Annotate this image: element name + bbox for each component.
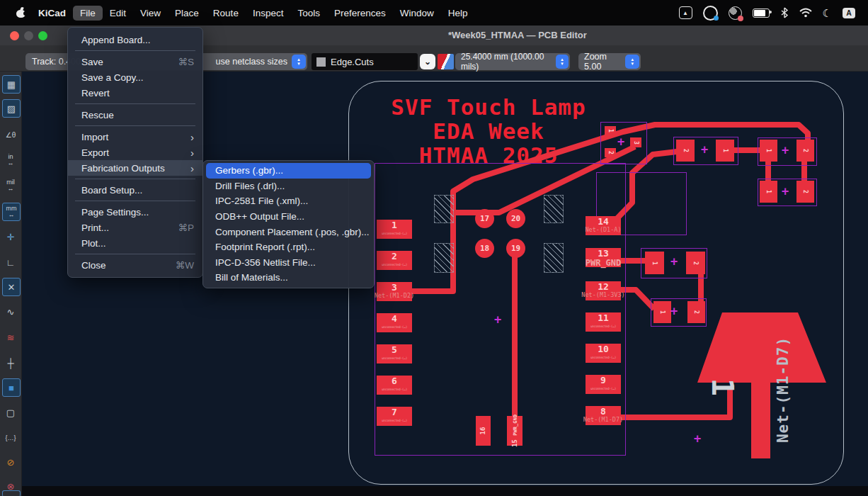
pcb-pad-19[interactable]: 19 <box>506 239 525 258</box>
menu-place[interactable]: Place <box>168 6 206 21</box>
silkscreen-line-2[interactable]: EDA Week <box>368 119 609 143</box>
grid-dots-icon[interactable]: ▦ <box>2 75 21 94</box>
bluetooth-icon[interactable] <box>780 7 789 18</box>
menu-kicad[interactable]: KiCad <box>31 6 73 21</box>
c2-pad-2[interactable]: 2 <box>676 140 695 162</box>
pcb-pad-16[interactable]: 16 <box>476 416 491 446</box>
c6-pad-2[interactable]: 2 <box>687 301 705 323</box>
pcb-pad-2[interactable]: 2 unconnected-(…) <box>377 251 412 270</box>
menu-item-fabrication-outputs[interactable]: Fabrication Outputs› <box>68 160 202 176</box>
menu-item-board-setup[interactable]: Board Setup... <box>68 182 202 198</box>
menu-item-import[interactable]: Import› <box>68 129 202 145</box>
highlight-nets-icon[interactable]: ≋ <box>2 329 19 346</box>
net-color-mode-icon[interactable]: ┼ <box>2 354 19 371</box>
c5-pad-1[interactable]: 1 <box>645 252 664 274</box>
pcb-pad-11[interactable]: 11 unconnected-(…) <box>586 312 621 332</box>
menu-item-close[interactable]: Close⌘W <box>68 257 202 273</box>
input-source-icon[interactable]: A <box>843 8 855 18</box>
pcb-pad-9[interactable]: 9 unconnected-(…) <box>586 375 621 394</box>
c1-pad-2[interactable]: 2 <box>605 148 616 157</box>
menu-item-export[interactable]: Export› <box>68 145 202 160</box>
submenu-item-odb[interactable]: ODB++ Output File... <box>206 209 371 225</box>
app-badge-icon[interactable]: ▲ <box>679 6 692 19</box>
menu-item-revert[interactable]: Revert <box>68 85 202 101</box>
c4-pad-2[interactable]: 2 <box>796 181 814 203</box>
c4-pad-1[interactable]: 1 <box>760 181 777 203</box>
pcb-pad-13[interactable]: 13 PWR_GND <box>586 248 621 267</box>
pcb-pad-15[interactable]: 15 PWR_GND <box>507 416 522 446</box>
wifi-icon[interactable] <box>799 8 812 18</box>
menu-inspect[interactable]: Inspect <box>246 6 291 21</box>
zoom-traffic-light[interactable] <box>38 31 47 40</box>
layer-dropdown-button[interactable]: ⌄ <box>420 54 435 69</box>
partial-icon[interactable] <box>2 490 21 496</box>
submenu-item-component-placement[interactable]: Component Placement (.pos, .gbr)... <box>206 224 371 239</box>
menu-item-plot[interactable]: Plot... <box>68 235 202 251</box>
menu-help[interactable]: Help <box>441 6 475 21</box>
creative-cloud-icon[interactable] <box>703 6 718 21</box>
submenu-item-footprint-report[interactable]: Footprint Report (.rpt)... <box>206 239 371 255</box>
net-names-icon[interactable]: {…} <box>2 429 19 446</box>
minimize-traffic-light[interactable] <box>24 31 33 40</box>
track-stepper[interactable]: ▲▼ <box>292 55 306 69</box>
pcb-pad-17[interactable]: 17 <box>475 209 494 228</box>
angle-mode-icon[interactable]: ∟ <box>2 254 19 271</box>
menu-route[interactable]: Route <box>206 6 246 21</box>
c2-pad-1[interactable]: 1 <box>716 140 734 162</box>
menu-item-save-a-copy[interactable]: Save a Copy... <box>68 69 202 85</box>
zone-filled-icon[interactable]: ■ <box>2 378 21 397</box>
close-traffic-light[interactable] <box>10 31 19 40</box>
apple-menu[interactable] <box>10 8 31 18</box>
menu-window[interactable]: Window <box>393 6 441 21</box>
ratsnest-icon[interactable]: ✕ <box>2 278 21 296</box>
units-mm-icon[interactable]: mm↔ <box>2 203 21 221</box>
menu-preferences[interactable]: Preferences <box>327 6 393 21</box>
pcb-pad-7[interactable]: 7 unconnected-(…) <box>377 407 412 426</box>
submenu-item-gerbers[interactable]: Gerbers (.gbr)... <box>206 163 371 179</box>
focus-moon-icon[interactable]: ☾ <box>823 8 832 18</box>
grid-stepper[interactable]: ▲▼ <box>556 55 569 69</box>
pcb-pad-1[interactable]: 1 unconnected-(…) <box>377 220 412 239</box>
grid-diagonal-icon[interactable]: ▨ <box>2 99 21 118</box>
menu-tools[interactable]: Tools <box>290 6 327 21</box>
pcb-pad-3[interactable]: 3 Net-(M1-D2) <box>377 282 412 301</box>
menu-edit[interactable]: Edit <box>103 6 133 21</box>
menu-item-save[interactable]: Save⌘S <box>68 54 202 69</box>
menu-file[interactable]: File <box>73 6 103 21</box>
pcb-pad-12[interactable]: 12 Net-(M1-3V3) <box>586 281 621 300</box>
pcb-pad-10[interactable]: 10 unconnected-(…) <box>586 344 621 363</box>
menu-item-print[interactable]: Print...⌘P <box>68 220 202 235</box>
units-inches-icon[interactable]: in↔ <box>2 152 19 169</box>
menu-view[interactable]: View <box>133 6 168 21</box>
pcb-pad-14[interactable]: 14 Net-(D1-A) <box>586 216 621 235</box>
curved-ratsnest-icon[interactable]: ∿ <box>2 303 19 320</box>
c3-pad-2[interactable]: 2 <box>796 140 814 162</box>
pcb-pad-18[interactable]: 18 <box>475 239 494 258</box>
pcb-pad-20[interactable]: 20 <box>506 209 525 228</box>
submenu-item-ipc-d-356[interactable]: IPC-D-356 Netlist File... <box>206 255 371 271</box>
pcb-pad-6[interactable]: 6 unconnected-(…) <box>377 376 412 395</box>
battery-icon[interactable] <box>753 9 770 18</box>
menu-item-append-board[interactable]: Append Board... <box>68 32 202 47</box>
zoom-select[interactable]: Zoom 5.00 ▲▼ <box>578 53 641 70</box>
submenu-item-drill-files[interactable]: Drill Files (.drl)... <box>206 179 371 194</box>
silkscreen-title[interactable]: SVF Touch Lamp EDA Week HTMAA 2025 <box>368 95 609 167</box>
c6-pad-1[interactable]: 1 <box>653 301 671 323</box>
c5-pad-2[interactable]: 2 <box>686 252 705 274</box>
units-mils-icon[interactable]: mil↔ <box>2 177 19 194</box>
grid-size-select[interactable]: 25.4000 mm (1000.00 mils) ▲▼ <box>455 53 570 70</box>
c1-pad-1[interactable]: 1 <box>605 126 616 135</box>
polar-coords-icon[interactable]: ∠θ <box>2 126 19 143</box>
pcb-pad-8[interactable]: 8 Net-(M1-D7) <box>586 406 621 425</box>
c1-pad-3[interactable]: 3 <box>630 137 641 147</box>
silkscreen-line-1[interactable]: SVF Touch Lamp <box>368 95 609 119</box>
zoom-stepper[interactable]: ▲▼ <box>625 55 639 69</box>
layer-selector[interactable]: Edge.Cuts <box>312 53 418 70</box>
pcb-pad-5[interactable]: 5 unconnected-(…) <box>377 344 412 363</box>
globe-notification-icon[interactable] <box>729 6 742 20</box>
submenu-item-ipc-2581[interactable]: IPC-2581 File (.xml)... <box>206 193 371 209</box>
pad-numbers-off-icon[interactable]: ⊘ <box>2 453 19 470</box>
layer-pair-swatch[interactable] <box>438 54 454 69</box>
pcb-pad-4[interactable]: 4 unconnected-(…) <box>377 313 412 332</box>
c3-pad-1[interactable]: 1 <box>760 140 777 162</box>
